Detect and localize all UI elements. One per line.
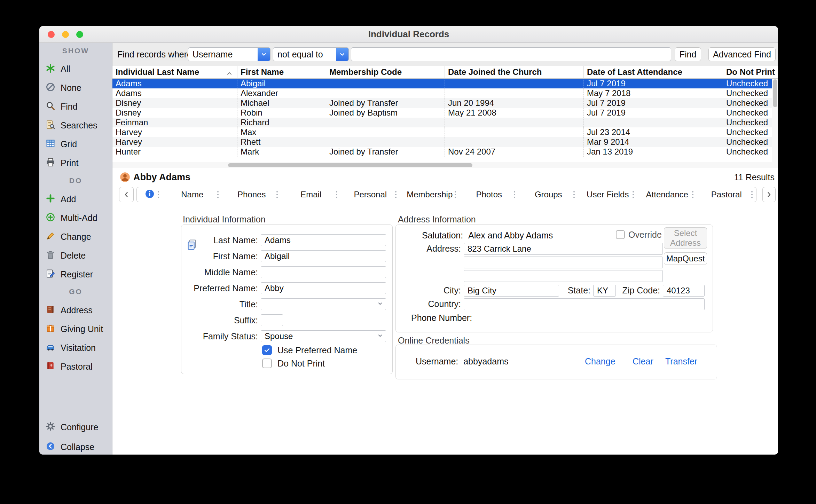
table-cell: Joined by Baptism xyxy=(326,108,445,118)
find-field-dropdown[interactable]: Username xyxy=(188,47,270,61)
address-line3-input[interactable] xyxy=(464,270,663,282)
title-dropdown[interactable] xyxy=(261,298,386,310)
sidebar-item-label: Multi-Add xyxy=(61,213,97,223)
state-input[interactable] xyxy=(593,285,616,297)
preferred-name-input[interactable] xyxy=(261,282,386,294)
drag-handle-icon xyxy=(692,194,693,195)
table-cell: Richard xyxy=(237,118,326,127)
tab-photos[interactable]: Photos xyxy=(460,187,519,202)
table-row[interactable]: Disney Michael Joined by Transfer Jun 20… xyxy=(112,98,772,108)
tab-attendance[interactable]: Attendance xyxy=(637,187,697,202)
sidebar-item-delete[interactable]: Delete xyxy=(39,248,112,263)
sidebar-item-collapse[interactable]: Collapse xyxy=(39,439,112,455)
table-cell xyxy=(445,79,584,88)
family-status-dropdown[interactable]: Spouse xyxy=(261,330,386,342)
sidebar-item-address[interactable]: Address xyxy=(39,302,112,318)
sidebar-item-register[interactable]: Register xyxy=(39,267,112,282)
transfer-credentials-link[interactable]: Transfer xyxy=(665,356,697,367)
horizontal-scrollbar[interactable] xyxy=(112,162,778,168)
vertical-scrollbar-thumb[interactable] xyxy=(773,79,777,107)
zip-code-label: Zip Code: xyxy=(620,284,660,296)
main-content: Find records where Username not equal to… xyxy=(112,43,778,455)
table-cell xyxy=(326,127,445,137)
tab-phones[interactable]: Phones xyxy=(222,187,282,202)
find-query-input[interactable] xyxy=(351,47,671,61)
zoom-button[interactable] xyxy=(76,31,83,38)
select-address-button[interactable]: Select Address xyxy=(664,227,707,249)
tab-email[interactable]: Email xyxy=(281,187,341,202)
tabs-scroll-right-button[interactable] xyxy=(762,187,776,202)
city-input[interactable] xyxy=(464,285,559,297)
record-info-button[interactable] xyxy=(137,187,163,202)
address-line1-input[interactable] xyxy=(464,243,663,255)
family-status-label: Family Status: xyxy=(181,330,258,342)
sidebar-item-add[interactable]: Add xyxy=(39,191,112,207)
sidebar-item-multi-add[interactable]: Multi-Add xyxy=(39,210,112,226)
vertical-scrollbar[interactable] xyxy=(772,79,778,162)
window-titlebar[interactable]: Individual Records xyxy=(39,26,778,43)
sidebar-item-all[interactable]: All xyxy=(39,61,112,77)
suffix-input[interactable] xyxy=(261,314,283,326)
zip-code-input[interactable] xyxy=(663,285,705,297)
tab-name[interactable]: Name xyxy=(163,187,222,202)
find-operator-dropdown[interactable]: not equal to xyxy=(273,47,349,61)
first-name-input[interactable] xyxy=(261,250,386,262)
sidebar-item-find[interactable]: Find xyxy=(39,99,112,114)
column-header-last-attendance[interactable]: Date of Last Attendance xyxy=(584,66,723,78)
sidebar-item-giving-unit[interactable]: Giving Unit xyxy=(39,321,112,337)
tab-groups[interactable]: Groups xyxy=(519,187,578,202)
do-not-print-checkbox[interactable] xyxy=(262,359,272,368)
tab-pastoral[interactable]: Pastoral xyxy=(697,187,756,202)
table-row[interactable]: Harvey Rhett Mar 9 2014 Unchecked xyxy=(112,137,772,147)
column-header-first-name[interactable]: First Name xyxy=(237,66,326,78)
column-header-date-joined[interactable]: Date Joined the Church xyxy=(445,66,584,78)
address-line2-input[interactable] xyxy=(464,257,663,268)
sidebar-item-configure[interactable]: Configure xyxy=(39,419,112,435)
override-checkbox[interactable] xyxy=(616,230,625,239)
sidebar-item-searches[interactable]: Searches xyxy=(39,118,112,133)
chevron-down-icon xyxy=(377,332,384,340)
sidebar-item-pastoral[interactable]: Pastoral xyxy=(39,359,112,374)
middle-name-input[interactable] xyxy=(261,266,386,278)
table-cell: May 21 2008 xyxy=(445,108,584,118)
sidebar-item-none[interactable]: None xyxy=(39,80,112,95)
change-credentials-link[interactable]: Change xyxy=(585,356,615,367)
table-row[interactable]: Disney Robin Joined by Baptism May 21 20… xyxy=(112,108,772,118)
clear-credentials-link[interactable]: Clear xyxy=(633,356,653,367)
chevron-down-icon xyxy=(377,300,384,308)
drag-handle-icon xyxy=(455,194,456,195)
column-header-last-name[interactable]: Individual Last Name xyxy=(112,66,237,78)
table-cell xyxy=(445,127,584,137)
last-name-input[interactable] xyxy=(261,234,386,246)
sidebar-item-visitation[interactable]: Visitation xyxy=(39,340,112,355)
mapquest-button[interactable]: MapQuest xyxy=(664,252,707,265)
sidebar-item-label: Searches xyxy=(61,120,97,131)
horizontal-scrollbar-thumb[interactable] xyxy=(228,163,472,167)
sidebar-item-print[interactable]: Print xyxy=(39,155,112,171)
table-row[interactable]: Feinman Richard Unchecked xyxy=(112,118,772,127)
country-input[interactable] xyxy=(464,298,705,310)
records-table: Adams Abigail Jul 7 2019 Unchecked Adams… xyxy=(112,79,772,157)
do-not-print-label: Do Not Print xyxy=(277,358,325,369)
results-count: 11 Results xyxy=(734,169,775,185)
minimize-button[interactable] xyxy=(62,31,69,38)
person-avatar-icon xyxy=(119,172,131,184)
table-row[interactable]: Harvey Max Jul 23 2014 Unchecked xyxy=(112,127,772,137)
close-button[interactable] xyxy=(48,31,55,38)
tab-personal[interactable]: Personal xyxy=(341,187,400,202)
advanced-find-button[interactable]: Advanced Find xyxy=(708,47,776,61)
tab-user-fields[interactable]: User Fields xyxy=(578,187,638,202)
sidebar-section-do: DO xyxy=(39,175,112,186)
find-button[interactable]: Find xyxy=(675,47,701,61)
column-header-membership-code[interactable]: Membership Code xyxy=(326,66,445,78)
tabs-scroll-left-button[interactable] xyxy=(119,187,134,202)
sidebar-item-grid[interactable]: Grid xyxy=(39,136,112,152)
table-row-selected[interactable]: Adams Abigail Jul 7 2019 Unchecked xyxy=(112,79,772,88)
table-row[interactable]: Hunter Mark Joined by Transfer Nov 24 20… xyxy=(112,147,772,157)
sidebar-item-label: None xyxy=(61,83,81,93)
table-row[interactable]: Adams Alexander May 7 2018 Unchecked xyxy=(112,88,772,98)
sidebar-item-change[interactable]: Change xyxy=(39,229,112,244)
use-preferred-name-checkbox[interactable] xyxy=(262,345,272,355)
tab-membership[interactable]: Membership xyxy=(400,187,460,202)
column-header-do-not-print[interactable]: Do Not Print xyxy=(723,66,778,78)
